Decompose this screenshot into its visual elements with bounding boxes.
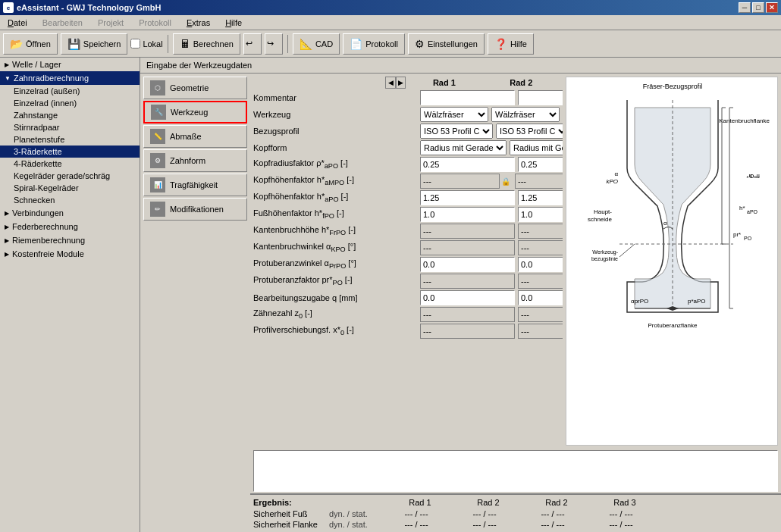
modifikationen-label: Modifikationen bbox=[170, 205, 224, 214]
menu-projekt[interactable]: Projekt bbox=[93, 17, 128, 29]
local-label: Lokal bbox=[143, 39, 162, 49]
kopfform-select-2[interactable]: Radius mit Gerade bbox=[510, 140, 563, 155]
sidebar-group-welle[interactable]: ▶ Welle / Lager bbox=[0, 58, 140, 71]
bezugsprofil-select-1[interactable]: ISO 53 Profil C bbox=[420, 124, 493, 139]
kantenbruchhohe-input-1[interactable] bbox=[420, 224, 515, 239]
sidebar-group-zahnrad[interactable]: ▼ Zahnradberechnung bbox=[0, 71, 140, 85]
protuberanzwinkel-input-2[interactable] bbox=[518, 257, 563, 272]
profil-input-1[interactable] bbox=[420, 324, 515, 339]
kommentar-input-1[interactable] bbox=[420, 90, 515, 105]
svg-text:α: α bbox=[614, 171, 618, 177]
sidebar-item-planetenstufe[interactable]: Planetenstufe bbox=[0, 133, 140, 146]
rad2-header: Rad 2 bbox=[483, 78, 560, 87]
menu-extras[interactable]: Extras bbox=[182, 17, 215, 29]
calculate-button[interactable]: 🖩 Berechnen bbox=[173, 33, 240, 55]
profil-input-2[interactable] bbox=[518, 324, 563, 339]
settings-button[interactable]: ⚙ Einstellungen bbox=[408, 33, 485, 55]
rad1-header: Rad 1 bbox=[406, 78, 482, 87]
flanke-val-4: --- / --- bbox=[587, 520, 655, 529]
kantenbruchwinkel-input-2[interactable] bbox=[518, 240, 563, 255]
toolbar: 📂 Öffnen 💾 Speichern Lokal 🖩 Berechnen ↩… bbox=[0, 30, 781, 58]
modifikationen-button[interactable]: ✏ Modifikationen bbox=[143, 198, 247, 221]
kommentar-input-2[interactable] bbox=[518, 90, 563, 105]
menu-protokoll[interactable]: Protokoll bbox=[134, 17, 176, 29]
lock-icon-1: 🔒 bbox=[501, 177, 510, 186]
werkzeug-icon: 🔧 bbox=[151, 105, 166, 120]
minimize-button[interactable]: ─ bbox=[739, 2, 751, 13]
sidebar-group-kostenfreie[interactable]: ▶ Kostenfreie Module bbox=[0, 247, 140, 261]
fuss-val-3: --- / --- bbox=[519, 509, 587, 518]
prev-rad-button[interactable]: ◀ bbox=[385, 77, 395, 89]
kopfform-select-1[interactable]: Radius mit Gerade bbox=[420, 140, 507, 155]
sidebar-group-riemen[interactable]: ▶ Riemenberechnung bbox=[0, 233, 140, 247]
svg-text:kPO: kPO bbox=[606, 178, 618, 185]
bearbeitung-input-2[interactable] bbox=[518, 290, 563, 305]
help-button[interactable]: ❓ Hilfe bbox=[488, 33, 534, 55]
kantenbruchwinkel-input-1[interactable] bbox=[420, 240, 515, 255]
kopfradiusfaktor-input-2[interactable] bbox=[518, 157, 563, 172]
sidebar-item-spiral-kegelrader[interactable]: Spiral-Kegelräder bbox=[0, 182, 140, 194]
fusshohe-input-2[interactable] bbox=[518, 207, 563, 222]
geometrie-button[interactable]: ⬡ Geometrie bbox=[143, 77, 247, 99]
kantenbruchhohe-input-2[interactable] bbox=[518, 224, 563, 239]
sidebar-item-3-raderkette[interactable]: 3-Räderkette bbox=[0, 146, 140, 158]
sidebar-item-kegelrader[interactable]: Kegelräder gerade/schräg bbox=[0, 170, 140, 182]
werkzeug-button[interactable]: 🔧 Werkzeug bbox=[143, 101, 247, 124]
zahnform-button[interactable]: ⚙ Zahnform bbox=[143, 149, 247, 172]
protuberanzfaktor-input-1[interactable] bbox=[420, 274, 515, 289]
form-row-kommentar: Kommentar bbox=[253, 90, 560, 105]
sidebar-group-verbindungen[interactable]: ▶ Verbindungen bbox=[0, 206, 140, 220]
kopfhohe-apo-input-2[interactable] bbox=[518, 190, 563, 205]
local-checkbox-container: Lokal bbox=[130, 39, 162, 49]
bezugsprofil-select-2[interactable]: ISO 53 Profil C bbox=[496, 124, 563, 139]
kopfhohe-ampo-input-2[interactable] bbox=[515, 174, 563, 189]
sidebar-item-einzelrad-innen[interactable]: Einzelrad (innen) bbox=[0, 97, 140, 109]
kopfhohe-ampo-input-1[interactable] bbox=[420, 174, 500, 189]
abmasse-button[interactable]: 📏 Abmaße bbox=[143, 125, 247, 148]
tragfahigkeit-button[interactable]: 📊 Tragfähigkeit bbox=[143, 174, 247, 196]
close-button[interactable]: ✕ bbox=[766, 2, 778, 13]
svg-text:fPO: fPO bbox=[749, 173, 760, 180]
local-checkbox[interactable] bbox=[130, 39, 140, 49]
menu-bar: Datei Bearbeiten Projekt Protokoll Extra… bbox=[0, 15, 781, 30]
sidebar-item-schnecken[interactable]: Schnecken bbox=[0, 194, 140, 206]
results-label: Ergebnis: bbox=[253, 498, 386, 507]
next-rad-button[interactable]: ▶ bbox=[396, 77, 406, 89]
menu-datei[interactable]: Datei bbox=[3, 17, 32, 29]
maximize-button[interactable]: □ bbox=[752, 2, 764, 13]
sicherheit-fuss-label: Sicherheit Fuß bbox=[253, 509, 329, 518]
protokoll-button[interactable]: 📄 Protokoll bbox=[343, 33, 405, 55]
zahnezahl-input-1[interactable] bbox=[420, 307, 515, 322]
sidebar-item-4-raderkette[interactable]: 4-Räderkette bbox=[0, 158, 140, 170]
sidebar: ▶ Welle / Lager ▼ Zahnradberechnung Einz… bbox=[0, 58, 140, 532]
fuss-val-2: --- / --- bbox=[450, 509, 519, 518]
zahnezahl-input-2[interactable] bbox=[518, 307, 563, 322]
results-flanke-row: Sicherheit Flanke dyn. / stat. --- / ---… bbox=[253, 520, 778, 529]
sidebar-item-einzelrad-aussen[interactable]: Einzelrad (außen) bbox=[0, 85, 140, 97]
sidebar-item-zahnstange[interactable]: Zahnstange bbox=[0, 109, 140, 121]
redo-button[interactable]: ↪ bbox=[265, 33, 283, 55]
protokoll-icon: 📄 bbox=[350, 38, 362, 50]
protuberanzfaktor-input-2[interactable] bbox=[518, 274, 563, 289]
bearbeitung-input-1[interactable] bbox=[420, 290, 515, 305]
svg-text:bezugslinie: bezugslinie bbox=[591, 256, 618, 262]
results-section: Ergebnis: Rad 1 Rad 2 Rad 2 Rad 3 Sicher… bbox=[250, 493, 781, 532]
comment-textbox[interactable] bbox=[253, 450, 778, 492]
werkzeug-select-1[interactable]: Wälzfräser bbox=[420, 107, 488, 122]
open-button[interactable]: 📂 Öffnen bbox=[3, 33, 58, 55]
sidebar-group-feder[interactable]: ▶ Federberechnung bbox=[0, 220, 140, 233]
kopfhohe-ampo-label: Kopfhöhenfaktor h*aMPO [-] bbox=[253, 175, 420, 186]
cad-button[interactable]: 📐 CAD bbox=[293, 33, 340, 55]
menu-hilfe[interactable]: Hilfe bbox=[221, 17, 246, 29]
save-button[interactable]: 💾 Speichern bbox=[61, 33, 128, 55]
help-icon: ❓ bbox=[494, 38, 507, 50]
undo-button[interactable]: ↩ bbox=[243, 33, 262, 55]
menu-bearbeiten[interactable]: Bearbeiten bbox=[38, 17, 87, 29]
kopfradiusfaktor-input-1[interactable] bbox=[420, 157, 515, 172]
protuberanzwinkel-input-1[interactable] bbox=[420, 257, 515, 272]
sidebar-item-stirnradpaar[interactable]: Stirnradpaar bbox=[0, 121, 140, 133]
kommentar-label: Kommentar bbox=[253, 93, 420, 102]
werkzeug-select-2[interactable]: Wälzfräser bbox=[491, 107, 560, 122]
kopfhohe-apo-input-1[interactable] bbox=[420, 190, 515, 205]
fusshohe-input-1[interactable] bbox=[420, 207, 515, 222]
